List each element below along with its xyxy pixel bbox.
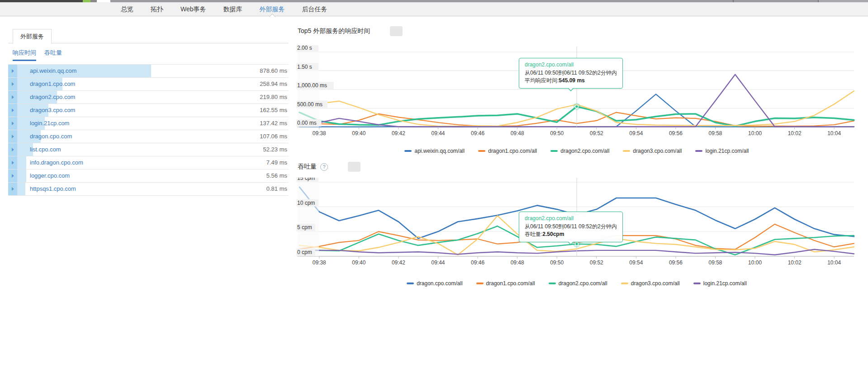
svg-text:10:00: 10:00 [748,130,762,137]
legend-label: login.21cp.com/all [705,148,749,154]
legend-label: login.21cp.com/all [703,280,747,287]
legend-swatch [695,150,702,152]
expand-arrow-icon[interactable] [12,69,14,73]
legend-label: dragon2.cpo.com/all [560,148,609,154]
expand-arrow-icon[interactable] [12,135,14,138]
legend-item[interactable]: dragon1.cpo.com/all [476,280,535,287]
service-value: 5.56 ms [266,170,287,182]
service-list: api.weixin.qq.com878.60 msdragon1.cpo.co… [8,64,289,196]
service-name-link[interactable]: api.weixin.qq.com [30,65,76,77]
legend-item[interactable]: dragon2.cpo.com/all [550,148,609,154]
service-name-link[interactable]: dragon3.cpo.com [30,104,75,117]
expand-arrow-icon[interactable] [12,148,14,151]
legend-swatch [550,150,558,152]
svg-text:09:50: 09:50 [550,259,564,266]
expand-arrow-icon[interactable] [12,161,14,165]
service-row[interactable]: httpsqs1.cpo.com0.81 ms [8,183,289,196]
svg-text:09:46: 09:46 [471,130,484,137]
service-row[interactable]: api.weixin.qq.com878.60 ms [8,65,289,78]
svg-text:09:50: 09:50 [550,130,564,137]
svg-text:09:44: 09:44 [431,130,445,137]
legend-swatch [623,150,630,152]
svg-text:09:42: 09:42 [392,259,405,266]
service-row[interactable]: info.dragon.cpo.com7.49 ms [8,156,289,170]
line-chart-icon[interactable] [348,162,360,172]
expand-arrow-icon[interactable] [12,122,14,125]
nav-tab-总览[interactable]: 总览 [112,2,142,16]
service-row[interactable]: dragon1.cpo.com258.94 ms [8,78,289,91]
service-row[interactable]: login.21cp.com137.42 ms [8,117,289,130]
service-name-link[interactable]: info.dragon.cpo.com [30,156,83,169]
svg-text:09:56: 09:56 [669,259,683,266]
expand-arrow-icon[interactable] [12,95,14,99]
service-value: 107.06 ms [260,130,287,143]
svg-text:15 cpm: 15 cpm [297,178,315,181]
service-name-link[interactable]: dragon1.cpo.com [30,78,75,90]
legend-item[interactable]: login.21cp.com/all [695,148,749,154]
legend-item[interactable]: dragon3.cpo.com/all [621,280,680,287]
legend-item[interactable]: login.21cp.com/all [693,280,747,287]
service-row[interactable]: logger.cpo.com5.56 ms [8,170,289,183]
response-time-chart-header: Top5 外部服务的响应时间 [298,26,403,36]
legend-item[interactable]: dragon3.cpo.com/all [623,148,682,154]
legend-label: dragon.cpo.com/all [417,280,462,287]
service-name-link[interactable]: list.cpo.com [30,143,61,156]
area-chart-icon[interactable] [332,162,344,172]
panel-tab-external-services[interactable]: 外部服务 [13,29,52,44]
legend-swatch [478,150,485,152]
svg-text:1,000.00 ms: 1,000.00 ms [297,82,327,89]
service-value: 219.80 ms [260,91,287,104]
legend-label: dragon3.cpo.com/all [631,280,680,287]
legend-label: dragon3.cpo.com/all [633,148,682,154]
service-name-link[interactable]: dragon.cpo.com [30,130,72,143]
legend-label: dragon2.cpo.com/all [559,280,607,287]
svg-text:09:46: 09:46 [471,259,484,266]
svg-text:09:52: 09:52 [590,259,603,266]
legend-item[interactable]: api.weixin.qq.com/all [404,148,465,154]
svg-text:1.50 s: 1.50 s [297,64,312,70]
line-chart-icon[interactable] [390,26,403,36]
service-value: 878.60 ms [260,65,287,77]
service-row[interactable]: dragon2.cpo.com219.80 ms [8,91,289,104]
legend-swatch [693,283,701,284]
expand-arrow-icon[interactable] [12,82,14,86]
service-name-link[interactable]: httpsqs1.cpo.com [30,183,76,195]
expand-arrow-icon[interactable] [12,174,14,178]
service-name-link[interactable]: dragon2.cpo.com [30,91,75,104]
expand-arrow-icon[interactable] [12,108,14,112]
service-name-link[interactable]: login.21cp.com [30,117,69,130]
svg-text:09:58: 09:58 [708,130,722,137]
service-row[interactable]: dragon3.cpo.com162.55 ms [8,104,289,117]
subtab-吞吐量[interactable]: 吞吐量 [44,49,62,61]
service-value: 7.49 ms [266,156,287,169]
legend-item[interactable]: dragon2.cpo.com/all [549,280,607,287]
subtab-响应时间[interactable]: 响应时间 [13,49,36,61]
area-chart-icon[interactable] [374,26,386,36]
svg-text:10:00: 10:00 [748,259,762,266]
nav-tab-数据库[interactable]: 数据库 [215,2,251,16]
service-row[interactable]: dragon.cpo.com107.06 ms [8,130,289,143]
svg-text:09:52: 09:52 [590,130,603,137]
nav-tab-外部服务[interactable]: 外部服务 [251,2,294,16]
service-value: 0.81 ms [266,183,287,195]
service-row[interactable]: list.cpo.com52.23 ms [8,143,289,156]
legend-item[interactable]: dragon.cpo.com/all [407,280,462,287]
panel-subtabs: 响应时间吞吐量 [13,49,62,61]
response-time-chart-card: Top5 外部服务的响应时间 dragon2.cpo.com/all 从06/1… [296,25,857,160]
nav-tab-Web事务[interactable]: Web事务 [172,2,215,16]
legend-swatch [404,150,412,152]
legend-item[interactable]: dragon1.cpo.com/all [478,148,537,154]
chart-legend: dragon.cpo.com/alldragon1.cpo.com/alldra… [296,280,857,287]
service-value: 137.42 ms [260,117,287,130]
tooltip-time-range: 从06/11 09:50到06/11 09:52的2分钟内 [525,223,617,231]
legend-swatch [407,283,414,284]
legend-swatch [621,283,628,284]
nav-tab-后台任务[interactable]: 后台任务 [294,2,336,16]
throughput-chart-card: 吞吐量 ? dragon2.cpo.com/all 从06/11 09:50到0… [296,159,857,295]
service-name-link[interactable]: logger.cpo.com [30,170,70,182]
help-icon[interactable]: ? [320,163,328,171]
nav-tab-拓扑[interactable]: 拓扑 [142,2,172,16]
service-value: 52.23 ms [263,143,287,156]
legend-swatch [549,283,556,284]
expand-arrow-icon[interactable] [12,187,14,191]
